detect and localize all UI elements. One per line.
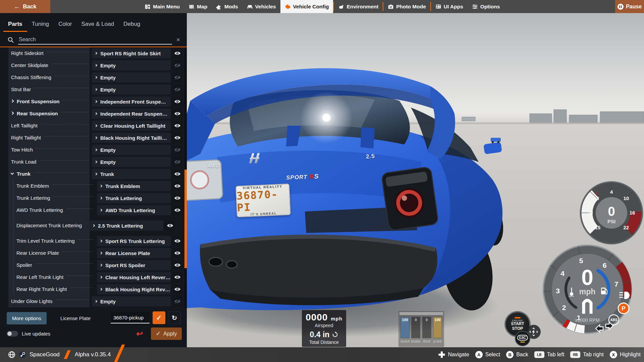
visibility-eye-icon[interactable] — [172, 284, 183, 294]
globe-icon[interactable] — [8, 351, 15, 358]
part-slot-trunk-emblem[interactable]: Trunk Emblem — [16, 183, 97, 189]
part-select-chassis-stiffening[interactable]: Empty — [92, 72, 171, 82]
tab-color[interactable]: Color — [54, 18, 77, 32]
menu-item-main-menu[interactable]: Main Menu — [140, 0, 184, 13]
reset-distance-icon[interactable] — [332, 331, 338, 338]
parts-scrollbar[interactable] — [184, 47, 187, 308]
leader-dots — [36, 148, 89, 148]
part-select-rear-right-trunk-light[interactable]: Black Housing Right Rev… — [97, 284, 171, 294]
visibility-eye-icon[interactable] — [172, 48, 183, 58]
visibility-eye-off-icon[interactable] — [172, 296, 183, 306]
menu-item-vehicle-config[interactable]: Vehicle Config — [280, 0, 333, 13]
visibility-eye-icon[interactable] — [165, 221, 175, 231]
tab-tuning[interactable]: Tuning — [27, 18, 54, 32]
scrollbar-thumb[interactable] — [184, 170, 187, 268]
search-clear-button[interactable]: ✕ — [174, 36, 182, 44]
part-slot-front-suspension[interactable]: Front Suspension — [11, 99, 92, 104]
part-select-strut-bar[interactable]: Empty — [92, 84, 171, 95]
part-slot-trunk-load[interactable]: Trunk Load — [11, 159, 92, 165]
menu-item-options[interactable]: Options — [468, 0, 504, 13]
visibility-eye-off-icon[interactable] — [172, 60, 183, 70]
license-plate-input[interactable] — [111, 312, 150, 323]
visibility-eye-icon[interactable] — [172, 109, 183, 119]
part-select-left-taillight[interactable]: Clear Housing Left Taillight — [92, 121, 171, 131]
visibility-eye-icon[interactable] — [172, 181, 183, 191]
part-select-center-skidplate[interactable]: Empty — [92, 60, 171, 70]
part-select-displacement-trunk-lettering[interactable]: 2.5 Trunk Lettering — [90, 221, 163, 231]
part-slot-tow-hitch[interactable]: Tow Hitch — [11, 147, 92, 153]
menu-item-ui-apps[interactable]: UI Apps — [431, 0, 468, 13]
visibility-eye-icon[interactable] — [172, 248, 183, 258]
apply-button[interactable]: ✓ Apply — [151, 327, 182, 340]
more-options-button[interactable]: More options — [7, 312, 47, 324]
steam-icon[interactable] — [19, 351, 26, 358]
part-slot-awd-trunk-lettering[interactable]: AWD Trunk Lettering — [16, 207, 97, 213]
speed-value: 0 — [581, 265, 593, 290]
part-slot-under-glow-lights[interactable]: Under Glow Lights — [11, 298, 92, 304]
part-slot-label: Front Suspension — [17, 99, 60, 104]
part-slot-spoiler[interactable]: Spoiler — [16, 262, 97, 268]
visibility-eye-icon[interactable] — [172, 236, 183, 246]
esc-button[interactable]: ESC — [515, 331, 530, 346]
visibility-eye-icon[interactable] — [172, 121, 183, 131]
part-slot-chassis-stiffening[interactable]: Chassis Stiffening — [11, 74, 92, 80]
pause-button[interactable]: Pause — [615, 0, 644, 13]
part-slot-rear-left-trunk-light[interactable]: Rear Left Trunk Light — [16, 274, 97, 280]
part-select-right-sideskirt[interactable]: Sport RS Right Side Skirt — [92, 48, 171, 58]
confirm-plate-button[interactable]: ✓ — [153, 311, 165, 324]
live-updates-toggle[interactable]: Live updates — [7, 331, 50, 337]
3d-viewport[interactable]: AWD SPORT RS 2.5 VIRTUAL REALITY 36870-P… — [187, 13, 644, 347]
visibility-eye-icon[interactable] — [172, 97, 183, 107]
menu-item-map[interactable]: Map — [184, 0, 212, 13]
visibility-eye-off-icon[interactable] — [172, 84, 183, 95]
menu-item-environment[interactable]: Environment — [334, 0, 383, 13]
part-slot-left-taillight[interactable]: Left Taillight — [11, 123, 92, 128]
randomize-plate-button[interactable]: ↻ — [168, 311, 181, 324]
visibility-eye-off-icon[interactable] — [172, 157, 183, 167]
part-slot-strut-bar[interactable]: Strut Bar — [11, 86, 92, 92]
part-slot-rear-suspension[interactable]: Rear Suspension — [11, 111, 92, 116]
part-select-rear-suspension[interactable]: Independent Rear Suspen… — [92, 109, 171, 119]
visibility-eye-icon[interactable] — [172, 260, 183, 270]
visibility-eye-off-icon[interactable] — [172, 145, 183, 155]
part-select-rear-left-trunk-light[interactable]: Clear Housing Left Rever… — [97, 272, 171, 282]
visibility-eye-icon[interactable] — [172, 169, 183, 179]
visibility-eye-icon[interactable] — [172, 193, 183, 203]
toggle-switch[interactable] — [7, 331, 18, 337]
search-input[interactable] — [18, 35, 172, 45]
part-slot-right-taillight[interactable]: Right Taillight — [11, 135, 92, 140]
part-select-spoiler[interactable]: Sport RS Spoiler — [97, 260, 171, 270]
menu-item-vehicles[interactable]: Vehicles — [243, 0, 280, 13]
part-select-trim-level-trunk-lettering[interactable]: Sport RS Trunk Lettering — [97, 236, 171, 246]
part-select-rear-license-plate[interactable]: Rear License Plate — [97, 248, 171, 258]
part-select-trunk-lettering[interactable]: Trunk Lettering — [97, 193, 171, 203]
tab-parts[interactable]: Parts — [3, 18, 27, 32]
back-button[interactable]: ← Back — [0, 0, 50, 13]
visibility-eye-off-icon[interactable] — [172, 72, 183, 82]
chevron-right-icon — [95, 52, 97, 55]
menu-item-mods[interactable]: Mods — [212, 0, 242, 13]
tab-save-load[interactable]: Save & Load — [77, 18, 119, 32]
part-slot-trunk[interactable]: Trunk — [11, 171, 92, 177]
undo-button[interactable]: ↩ — [134, 329, 145, 339]
part-select-front-suspension[interactable]: Independent Front Suspe… — [92, 97, 171, 107]
part-select-tow-hitch[interactable]: Empty — [92, 145, 171, 155]
part-slot-center-skidplate[interactable]: Center Skidplate — [11, 62, 92, 68]
part-select-trunk[interactable]: Trunk — [92, 169, 171, 179]
tab-debug[interactable]: Debug — [119, 18, 145, 32]
part-slot-trunk-lettering[interactable]: Trunk Lettering — [16, 195, 97, 201]
part-slot-right-sideskirt[interactable]: Right Sideskirt — [11, 50, 92, 56]
part-slot-rear-right-trunk-light[interactable]: Rear Right Trunk Light — [16, 286, 97, 292]
visibility-eye-icon[interactable] — [172, 205, 183, 215]
part-slot-rear-license-plate[interactable]: Rear License Plate — [16, 250, 97, 256]
part-select-awd-trunk-lettering[interactable]: AWD Trunk Lettering — [97, 205, 171, 215]
visibility-eye-icon[interactable] — [172, 272, 183, 282]
part-select-right-taillight[interactable]: Black Housing Right Tailli… — [92, 133, 171, 143]
part-select-trunk-load[interactable]: Empty — [92, 157, 171, 167]
menu-item-photo-mode[interactable]: Photo Mode — [383, 0, 430, 13]
part-slot-displacement-trunk-lettering[interactable]: Displacement Trunk Lettering — [16, 223, 90, 228]
visibility-eye-icon[interactable] — [172, 133, 183, 143]
part-slot-trim-level-trunk-lettering[interactable]: Trim Level Trunk Lettering — [16, 238, 97, 244]
part-select-under-glow-lights[interactable]: Empty — [92, 296, 171, 306]
part-select-trunk-emblem[interactable]: Trunk Emblem — [97, 181, 171, 191]
